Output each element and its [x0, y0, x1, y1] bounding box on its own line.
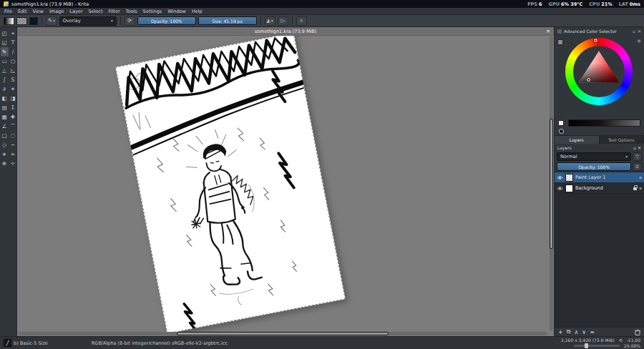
pattern-editing-tool[interactable]: ▦: [1, 112, 9, 122]
reload-preset-button[interactable]: ⟳: [125, 16, 135, 26]
delete-layer-button[interactable]: [635, 329, 640, 335]
mirror-horizontal-button[interactable]: ◭▾: [265, 16, 275, 26]
smart-patch-tool[interactable]: ✚: [9, 112, 17, 122]
zoom-slider[interactable]: [574, 345, 620, 347]
tab-tool-options[interactable]: Tool Options: [600, 136, 644, 144]
foreground-color-swatch[interactable]: [29, 17, 38, 25]
canvas-page[interactable]: [115, 32, 346, 333]
polygonal-selection-tool[interactable]: ◇: [1, 140, 9, 149]
layer-visible-icon[interactable]: [557, 186, 563, 191]
layer-options-menu-button[interactable]: ≡: [633, 162, 642, 171]
layer-thumbnail[interactable]: [565, 174, 573, 182]
brush-size-slider[interactable]: Size: 41.19 px: [198, 16, 257, 25]
brush-preset-thumbnail: ╱: [4, 339, 11, 347]
settings-gear-icon[interactable]: ✳: [637, 39, 641, 44]
layer-thumbnail[interactable]: [565, 185, 573, 192]
pan-tool[interactable]: ⊹: [9, 159, 17, 168]
wrap-around-button[interactable]: ⌗: [296, 16, 307, 26]
rectangle-tool[interactable]: ▭: [1, 56, 9, 66]
layer-visible-icon[interactable]: [557, 175, 563, 180]
layer-blend-mode-value: Normal: [560, 154, 577, 159]
move-tool[interactable]: ⌖: [9, 29, 17, 38]
opacity-slider[interactable]: Opacity: 100%: [137, 16, 196, 25]
brush-editor-button[interactable]: ✎ ▾: [46, 16, 57, 26]
shade-gradient-strip[interactable]: [568, 119, 640, 127]
menu-layer[interactable]: Layer: [67, 8, 85, 14]
polyline-tool[interactable]: ◺: [9, 66, 17, 75]
docker-float-icon[interactable]: ▫: [633, 29, 635, 34]
layer-filter-button[interactable]: ▽: [633, 152, 642, 161]
transform-tool[interactable]: ◰: [1, 29, 9, 38]
enclose-fill-tool[interactable]: ◨: [9, 94, 17, 103]
layers-docker-header[interactable]: Layers ▫ ✕: [555, 144, 644, 152]
zoom-tool[interactable]: ⊕: [1, 159, 9, 168]
dynamic-brush-tool[interactable]: ∂: [1, 84, 9, 94]
similar-color-selection-tool[interactable]: ≈: [9, 149, 17, 159]
document-close-button[interactable]: ✕: [546, 27, 550, 36]
menu-filter[interactable]: Filter: [105, 8, 122, 14]
pattern-chooser-button[interactable]: [16, 17, 27, 25]
layer-row-background[interactable]: Background α: [555, 183, 644, 194]
menu-window[interactable]: Window: [165, 8, 189, 14]
multibrush-tool[interactable]: ✶: [9, 84, 17, 94]
layer-blend-mode-select[interactable]: Normal ▾: [557, 152, 631, 161]
ellipse-tool[interactable]: ○: [9, 56, 17, 66]
move-layer-down-button[interactable]: ∨: [582, 329, 586, 335]
menu-file[interactable]: File: [1, 8, 15, 14]
horizontal-scrollbar-thumb[interactable]: [177, 332, 389, 335]
fill-tool[interactable]: ◧: [1, 94, 9, 103]
brush-preset-chip[interactable]: ╱ b) Basic-5 Size: [4, 339, 48, 347]
line-tool[interactable]: ∕: [9, 47, 17, 56]
menu-edit[interactable]: Edit: [15, 8, 30, 14]
bezier-curve-tool[interactable]: ∫: [1, 75, 9, 84]
menu-tools[interactable]: Tools: [123, 8, 140, 14]
shade-selector-swatch[interactable]: [557, 39, 563, 45]
crop-tool[interactable]: ◱: [1, 38, 9, 47]
zoom-level[interactable]: 25.00%: [624, 344, 640, 348]
shade-strip-endpoint-swatch[interactable]: [558, 120, 564, 126]
measure-tool[interactable]: ∠: [1, 122, 9, 131]
add-layer-button[interactable]: +: [558, 329, 563, 335]
gradient-chooser-button[interactable]: [4, 17, 14, 25]
layer-opacity-slider[interactable]: Opacity: 100%: [557, 162, 631, 171]
freehand-path-tool[interactable]: S: [9, 75, 17, 84]
tab-layers[interactable]: Layers: [555, 136, 600, 144]
canvas-viewport[interactable]: somethign1.kra (73.9 MiB) ✕: [17, 27, 554, 336]
docker-close-icon[interactable]: ✕: [638, 29, 641, 34]
vertical-scrollbar-thumb[interactable]: [550, 119, 553, 248]
canvas-rotation-icon[interactable]: ⟲: [619, 338, 623, 343]
text-tool[interactable]: T: [9, 38, 17, 47]
rectangular-selection-tool[interactable]: ▢: [1, 131, 9, 140]
menu-image[interactable]: Image: [47, 8, 67, 14]
assistants-tool[interactable]: ⌒: [9, 122, 17, 131]
mirror-vertical-button[interactable]: ▷: [278, 16, 288, 26]
elliptical-selection-tool[interactable]: ◌: [9, 131, 17, 140]
canvas-vertical-scrollbar[interactable]: [550, 36, 553, 331]
gradient-tool[interactable]: ▤: [1, 103, 9, 112]
contiguous-selection-tool[interactable]: ∗: [1, 149, 9, 159]
canvas-horizontal-scrollbar[interactable]: [18, 332, 547, 335]
docker-float-icon[interactable]: ▫: [633, 145, 636, 150]
layer-properties-button[interactable]: ≡: [590, 329, 595, 335]
docker-close-icon[interactable]: ✕: [638, 145, 641, 150]
move-layer-up-button[interactable]: ∧: [574, 329, 578, 335]
sketch-drawing: [115, 32, 346, 333]
layer-name: Paint Layer 1: [575, 174, 637, 180]
main-toolbar: ✎ ▾ Overlay ▾ ⟳ Opacity: 100% Size: 41.1…: [0, 15, 644, 27]
blending-mode-select[interactable]: Overlay ▾: [59, 16, 117, 26]
duplicate-layer-button[interactable]: ⧉: [567, 328, 571, 335]
zoom-slider-thumb[interactable]: [585, 343, 588, 348]
freehand-brush-tool[interactable]: ✎: [1, 47, 9, 56]
color-selector-docker-header[interactable]: Advanced Color Selector ▫ ✕: [555, 27, 644, 35]
polygon-tool[interactable]: △: [1, 66, 9, 75]
layer-row-paint-layer-1[interactable]: Paint Layer 1 α: [555, 172, 644, 183]
document-subwindow-titlebar[interactable]: somethign1.kra (73.9 MiB) ✕: [17, 27, 554, 36]
canvas-rotation-value[interactable]: -11.00: [627, 338, 640, 343]
freehand-selection-tool[interactable]: ∽: [9, 140, 17, 149]
menu-help[interactable]: Help: [189, 8, 205, 14]
menu-settings[interactable]: Settings: [140, 8, 165, 14]
lock-icon: [633, 187, 637, 190]
color-sampler-tool[interactable]: ↧: [9, 103, 17, 112]
menu-select[interactable]: Select: [85, 8, 105, 14]
menu-view[interactable]: View: [29, 8, 46, 14]
